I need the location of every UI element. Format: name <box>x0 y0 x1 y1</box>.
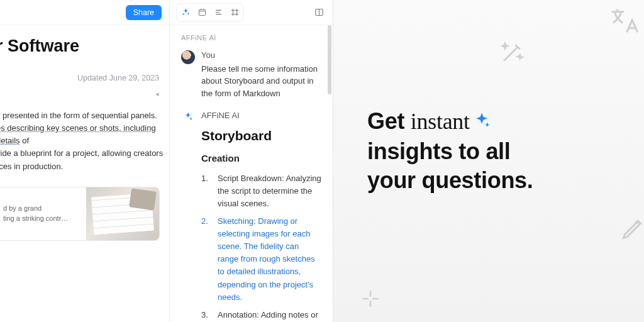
ai-pane: AFFiNE AI You Please tell me some inform… <box>170 0 333 322</box>
card-line: d by a grand <box>3 204 42 212</box>
ai-response-subtitle: Creation <box>201 152 321 166</box>
promo-line2: insights to all <box>367 138 511 164</box>
para-line: vide a blueprint for a project, allowing… <box>0 148 163 158</box>
doc-paragraph: y presented in the form of sequential pa… <box>0 109 169 173</box>
promo-line1-pre: Get <box>367 108 411 134</box>
list-item: Annotation: Adding notes or <box>201 309 321 321</box>
updated-timestamp: Updated June 29, 2023 <box>0 56 169 87</box>
list-item-text: Sketching: Drawing or selecting images f… <box>218 215 321 304</box>
embed-card[interactable]: d by a grand ting a striking contr… <box>0 187 160 241</box>
ai-toolbar <box>170 0 333 25</box>
collapse-caret-icon[interactable]: ◂ <box>0 87 169 109</box>
embed-card-text: d by a grand ting a striking contr… <box>0 197 86 230</box>
list-item: Sketching: Drawing or selecting images f… <box>201 215 321 304</box>
promo-line1-emphasis: instant <box>411 109 470 134</box>
list-item-text: Script Breakdown: Analyzing the script t… <box>218 172 321 210</box>
app-window: Share r Software Updated June 29, 2023 ◂… <box>0 0 333 322</box>
user-name-label: You <box>201 49 321 62</box>
para-line: y presented in the form of sequential pa… <box>0 111 157 120</box>
user-message-text: Please tell me some information about St… <box>201 63 321 100</box>
translate-deco-icon <box>606 5 639 38</box>
promo-line3: your questions. <box>367 167 533 193</box>
ai-name-label: AFFiNE AI <box>201 109 321 122</box>
document-pane: Share r Software Updated June 29, 2023 ◂… <box>0 0 170 322</box>
frame-tab-icon[interactable] <box>227 5 242 20</box>
outline-tab-icon[interactable] <box>211 5 226 20</box>
view-mode-group <box>176 3 244 22</box>
share-button[interactable]: Share <box>126 5 162 20</box>
svg-rect-0 <box>199 9 205 15</box>
para-line: rces in production. <box>0 162 63 171</box>
doc-header: Share <box>0 0 169 25</box>
user-message: You Please tell me some information abou… <box>181 49 321 99</box>
card-line: ting a striking contr… <box>3 214 68 222</box>
sparkle-deco-icon <box>358 287 382 311</box>
ai-response-list: Script Breakdown: Analyzing the script t… <box>201 172 321 322</box>
wand-deco-icon <box>498 39 526 67</box>
pencil-deco-icon <box>619 214 644 243</box>
page-title: r Software <box>0 36 169 56</box>
user-avatar <box>181 50 195 64</box>
panel-toggle-icon[interactable] <box>311 5 326 20</box>
ai-message: AFFiNE AI Storyboard Creation Script Bre… <box>181 109 321 322</box>
sparkle-icon <box>472 108 491 137</box>
promo-panel: Get instant insights to all your questio… <box>333 0 644 322</box>
promo-headline: Get instant insights to all your questio… <box>367 107 533 195</box>
list-item: Script Breakdown: Analyzing the script t… <box>201 172 321 210</box>
ai-conversation: AFFiNE AI You Please tell me some inform… <box>170 25 333 322</box>
ai-tab-icon[interactable] <box>178 5 193 20</box>
para-line-tail: of <box>20 136 29 145</box>
ai-header-label: AFFiNE AI <box>181 34 321 42</box>
embed-card-thumbnail <box>86 187 159 240</box>
ai-avatar-icon <box>181 110 195 124</box>
list-item-text: Annotation: Adding notes or <box>218 309 318 321</box>
ai-response-title: Storyboard <box>201 126 321 146</box>
doc-body: r Software Updated June 29, 2023 ◂ y pre… <box>0 25 169 241</box>
calendar-tab-icon[interactable] <box>194 5 209 20</box>
